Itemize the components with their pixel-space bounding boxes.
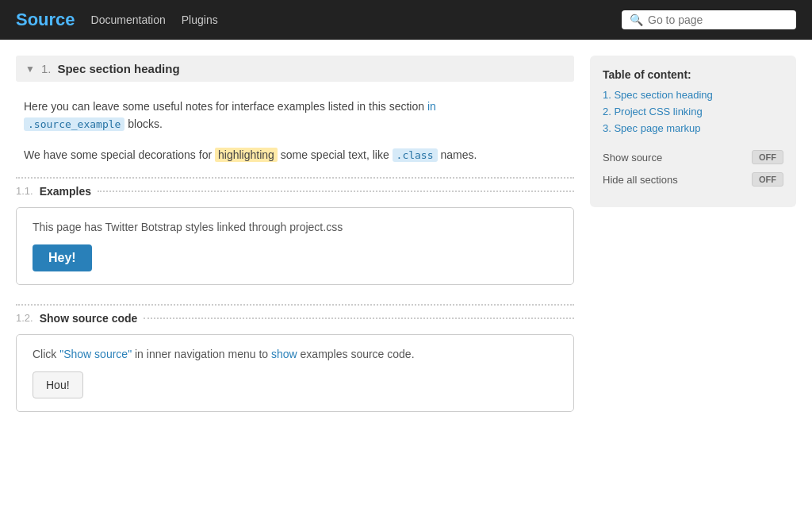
body-para-2: We have some special decorations for hig… [16,146,574,164]
section-title: Spec section heading [57,62,179,75]
toggle-show-source-row: Show source OFF [603,150,783,164]
sub-divider-1-1 [98,190,574,192]
hide-sections-label: Hide all sections [603,174,678,186]
click-prefix: Click [33,348,59,360]
hey-button[interactable]: Hey! [33,244,92,271]
show-source-toggle[interactable]: OFF [752,150,783,164]
sub-divider-1-2 [144,318,574,319]
example-box-1: This page has Twitter Botstrap styles li… [16,207,574,285]
para2-class: .class [393,148,438,162]
toc-box: Table of content: 1. Spec section headin… [590,56,796,207]
page-wrapper: ▼ 1. Spec section heading Here you can l… [0,40,812,447]
para1-link[interactable]: in [427,100,436,113]
sub-heading-1-2: 1.2. Show source code [16,304,574,325]
section-number: 1. [41,62,52,75]
hou-button[interactable]: Hou! [33,371,83,398]
sub-title-1-2: Show source code [40,312,138,325]
section-heading-row: ▼ 1. Spec section heading [16,56,574,82]
sub-section-1-1: 1.1. Examples This page has Twitter Bots… [16,177,574,285]
para2-highlight: highlighting [215,148,278,162]
chevron-icon[interactable]: ▼ [25,64,35,75]
click-suffix: examples source code. [301,348,415,360]
click-quoted: "Show source" [59,348,132,360]
sidebar: Table of content: 1. Spec section headin… [590,56,796,431]
toc-item-1[interactable]: 1. Spec section heading [603,89,783,101]
para2-suffix: names. [440,148,477,161]
nav-plugins[interactable]: Plugins [182,13,218,26]
sub-title-1-1: Examples [40,185,91,198]
show-link[interactable]: show [271,348,297,360]
para1-code: .source_example [24,117,124,131]
sub-number-1-2: 1.2. [16,312,33,324]
brand-logo[interactable]: Source [16,10,75,30]
click-note: Click "Show source" in inner navigation … [33,348,557,360]
show-source-label: Show source [603,152,662,164]
example-box-2: Click "Show source" in inner navigation … [16,334,574,412]
para2-mid: some special text, like [281,148,393,161]
nav-documentation[interactable]: Documentation [91,13,166,26]
para1-suffix: blocks. [128,117,163,130]
sub-number-1-1: 1.1. [16,185,33,197]
toc-item-2[interactable]: 2. Project CSS linking [603,106,783,117]
search-input[interactable] [648,13,788,26]
navbar: Source Documentation Plugins 🔍 [0,0,812,40]
toggle-section: Show source OFF Hide all sections OFF [603,150,783,187]
sub-section-1-2: 1.2. Show source code Click "Show source… [16,304,574,412]
search-box[interactable]: 🔍 [622,10,796,29]
hide-sections-toggle[interactable]: OFF [752,172,783,187]
toc-title: Table of content: [603,68,783,81]
main-content: ▼ 1. Spec section heading Here you can l… [16,56,574,431]
body-para-1: Here you can leave some useful notes for… [16,98,574,133]
example-text-1: This page has Twitter Botstrap styles li… [33,221,557,233]
search-icon: 🔍 [630,13,643,26]
click-mid: in inner navigation menu to [135,348,271,360]
sub-heading-1-1: 1.1. Examples [16,177,574,198]
para1-prefix: Here you can leave some useful notes for… [24,100,427,113]
toggle-hide-sections-row: Hide all sections OFF [603,172,783,187]
para2-prefix: We have some special decorations for [24,148,215,161]
toc-item-3[interactable]: 3. Spec page markup [603,122,783,134]
